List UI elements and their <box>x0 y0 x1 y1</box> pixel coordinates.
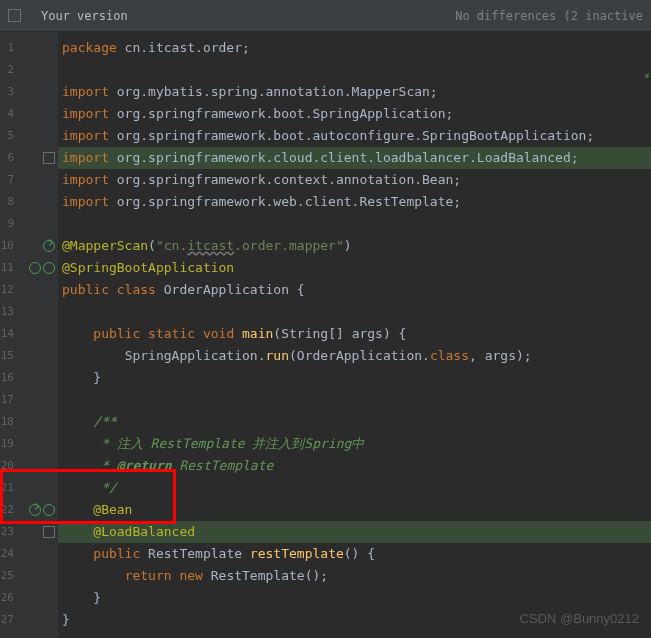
header-checkbox[interactable] <box>8 9 21 22</box>
expand-icon[interactable]: « <box>640 72 651 78</box>
changed-line: @LoadBalanced <box>58 521 651 543</box>
watermark: CSDN @Bunny0212 <box>520 611 639 626</box>
spring-icon[interactable] <box>43 504 55 516</box>
code-area[interactable]: package cn.itcast.order; import org.myba… <box>58 32 651 638</box>
bean-nav-icon[interactable] <box>29 504 41 516</box>
bean-nav-icon[interactable] <box>43 240 55 252</box>
diff-status: No differences (2 inactive <box>455 9 643 23</box>
changed-line: import org.springframework.cloud.client.… <box>58 147 651 169</box>
gutter-checkbox[interactable] <box>43 526 55 538</box>
diff-header: Your version No differences (2 inactive <box>0 0 651 32</box>
code-editor: 123 456 789 101112 131415 161718 192021 … <box>0 32 651 638</box>
line-numbers: 123 456 789 101112 131415 161718 192021 … <box>0 32 16 638</box>
gutter <box>16 32 58 638</box>
spring-icon[interactable] <box>29 262 41 274</box>
gutter-checkbox[interactable] <box>43 152 55 164</box>
spring-icon[interactable] <box>43 262 55 274</box>
version-label: Your version <box>41 9 128 23</box>
